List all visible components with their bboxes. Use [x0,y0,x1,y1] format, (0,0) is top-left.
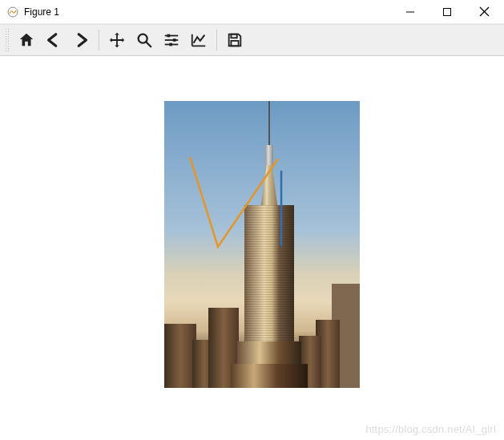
svg-rect-14 [231,41,238,46]
app-icon [6,6,19,18]
figure-canvas[interactable]: https://blog.csdn.net/AI_girl [0,56,504,440]
watermark: https://blog.csdn.net/AI_girl [365,423,496,435]
toolbar-separator [99,30,99,50]
plot-image [164,101,360,388]
svg-rect-2 [444,8,451,15]
home-button[interactable] [14,27,39,53]
close-button[interactable] [466,0,502,24]
save-button[interactable] [222,27,248,53]
toolbar [0,24,504,56]
edit-axis-button[interactable] [186,27,212,53]
back-button[interactable] [41,27,67,53]
svg-rect-12 [169,43,172,46]
maximize-button[interactable] [429,0,466,24]
toolbar-separator [216,30,217,50]
forward-button[interactable] [68,27,94,53]
zoom-button[interactable] [131,27,157,53]
toolbar-grip [5,28,9,52]
minimize-button[interactable] [392,0,429,24]
window-title: Figure 1 [24,6,392,18]
svg-rect-8 [167,34,171,38]
svg-rect-13 [231,34,236,38]
svg-rect-10 [173,38,176,42]
configure-subplots-button[interactable] [159,27,184,53]
window-controls [392,0,502,24]
titlebar: Figure 1 [0,0,504,24]
pan-button[interactable] [104,27,130,53]
svg-line-6 [146,42,151,46]
